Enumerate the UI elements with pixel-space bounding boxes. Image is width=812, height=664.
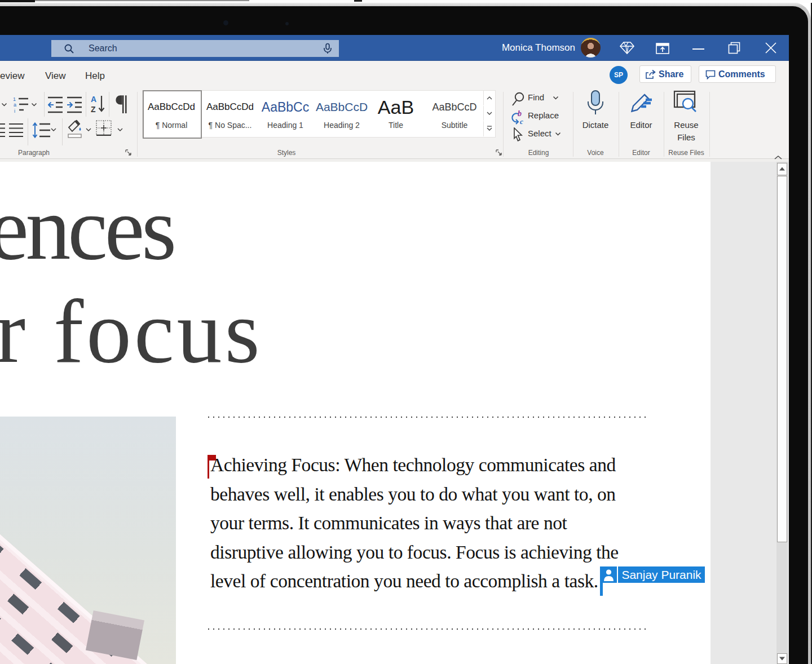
svg-text:Z: Z <box>91 105 96 114</box>
svg-text:1: 1 <box>13 96 16 102</box>
svg-text:i: i <box>14 108 15 114</box>
svg-text:c: c <box>520 117 523 125</box>
svg-text:b: b <box>518 110 522 118</box>
svg-text:A: A <box>91 95 96 104</box>
svg-text:a: a <box>14 102 16 108</box>
